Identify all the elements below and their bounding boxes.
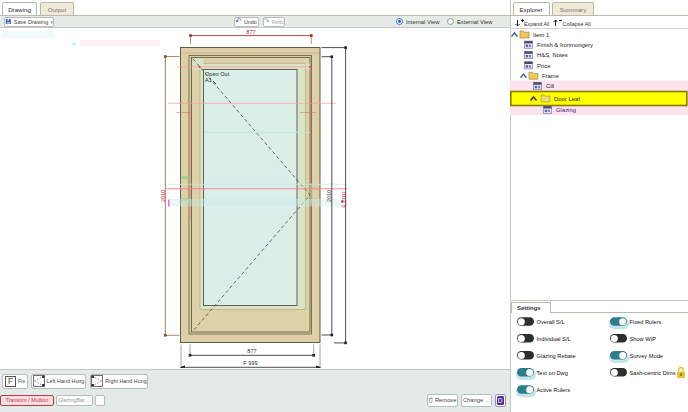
svg-text:F 2102: F 2102 (341, 191, 347, 208)
svg-text:Collapse All: Collapse All (563, 20, 591, 26)
svg-text:F: F (8, 376, 13, 386)
svg-text:H&S, Notes: H&S, Notes (537, 52, 568, 58)
svg-text:Text on Dwg: Text on Dwg (537, 370, 568, 376)
svg-text:Individual S/L: Individual S/L (537, 336, 571, 342)
svg-text:Overall S/L: Overall S/L (537, 319, 565, 325)
svg-text:877: 877 (246, 29, 255, 35)
svg-text:Fixed Rulers: Fixed Rulers (630, 319, 662, 325)
svg-text:Expand All: Expand All (524, 20, 549, 26)
svg-text:Price: Price (537, 63, 551, 69)
svg-text:Glazing: Glazing (556, 107, 576, 113)
svg-text:Survey Mode: Survey Mode (630, 353, 664, 359)
svg-text:2010: 2010 (160, 190, 166, 202)
svg-text:2010: 2010 (326, 190, 332, 202)
svg-text:F 999: F 999 (243, 360, 257, 366)
svg-text:Active Rulers: Active Rulers (537, 387, 571, 393)
svg-text:Item 1: Item 1 (533, 32, 549, 38)
svg-text:Door Leaf: Door Leaf (554, 96, 580, 102)
svg-text:Open Out: Open Out (205, 71, 230, 77)
svg-text:Show WIP: Show WIP (630, 336, 657, 342)
svg-text:Sash-centric Dims: Sash-centric Dims (630, 370, 676, 376)
svg-text:Frame: Frame (542, 73, 560, 79)
svg-text:A1: A1 (205, 77, 212, 83)
svg-text:877: 877 (247, 348, 256, 354)
svg-text:Cill: Cill (546, 83, 554, 89)
svg-text:Finish & Ironmongery: Finish & Ironmongery (537, 42, 593, 48)
svg-text:Glazing Rebate: Glazing Rebate (537, 353, 576, 359)
